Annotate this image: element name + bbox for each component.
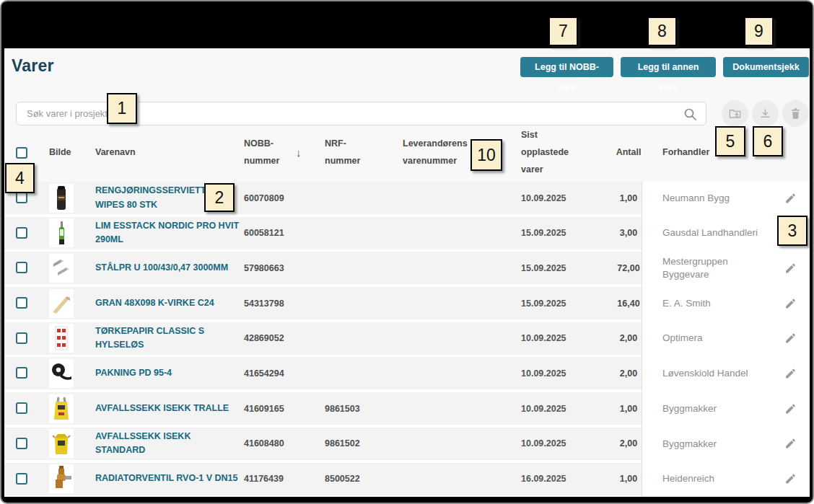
- dealer-name-cell: Gausdal Landhandleri: [662, 217, 776, 249]
- product-name-link[interactable]: RADIATORVENTIL RVO-1 V DN15: [95, 463, 243, 495]
- row-checkbox[interactable]: [16, 297, 27, 309]
- glue-tube-thumbnail: [49, 217, 74, 249]
- edit-pencil-icon: [784, 473, 797, 485]
- pinned-column-cell: E. A. Smith: [642, 287, 810, 319]
- table-row: RENGJØRINGSSERVIETTER WIPES 80 STK 60070…: [4, 182, 810, 214]
- nobb-number-cell: 57980663: [244, 252, 284, 284]
- edit-row-button[interactable]: [783, 190, 798, 205]
- dealer-name-cell: Optimera: [662, 322, 776, 355]
- add-other-item-button[interactable]: Legg til annen vare: [621, 57, 716, 77]
- som-mark-7: 7: [548, 17, 578, 46]
- nobb-number-cell: 54313798: [244, 287, 284, 319]
- dealer-name-cell: Byggmakker: [662, 428, 776, 460]
- edit-pencil-icon: [784, 297, 797, 309]
- som-mark-5: 5: [715, 126, 745, 156]
- edit-row-button[interactable]: [783, 436, 798, 451]
- edit-row-button[interactable]: [783, 401, 798, 416]
- nobb-number-cell: 41654294: [244, 357, 284, 389]
- column-header-nrf: NRF-nummer: [325, 125, 368, 180]
- download-icon: [758, 107, 772, 120]
- column-header-nobb[interactable]: NOBB-nummer: [244, 125, 289, 180]
- nobb-number-cell: 60070809: [244, 182, 284, 214]
- download-button[interactable]: [752, 100, 779, 127]
- edit-row-button[interactable]: [783, 331, 798, 346]
- table-row: TØRKEPAPIR CLASSIC S HYLSELØS 42869052 1…: [4, 322, 810, 355]
- row-checkbox[interactable]: [16, 227, 27, 239]
- nobb-number-cell: 42869052: [244, 322, 284, 355]
- wood-plank-thumbnail: [49, 287, 74, 319]
- document-check-button[interactable]: Dokumentsjekk: [723, 57, 809, 77]
- select-all-checkbox[interactable]: [16, 147, 27, 159]
- row-checkbox[interactable]: [16, 332, 27, 344]
- last-uploaded-cell: 15.09.2025: [521, 217, 566, 249]
- delete-button[interactable]: [782, 100, 809, 127]
- waste-bag-standard-thumbnail: [49, 428, 74, 460]
- gasket-coil-thumbnail: [49, 357, 74, 389]
- product-name-link[interactable]: STÅLPR U 100/43/0,47 3000MM: [95, 252, 243, 284]
- column-header-forhandler: Forhandler: [662, 125, 709, 180]
- row-checkbox[interactable]: [16, 402, 27, 414]
- table-row: STÅLPR U 100/43/0,47 3000MM 57980663 15.…: [4, 252, 810, 284]
- table-row: GRAN 48X098 K-VIRKE C24 54313798 15.09.2…: [4, 287, 810, 319]
- som-mark-4: 4: [5, 163, 35, 193]
- table-row: PAKNING PD 95-4 41654294 10.09.2025 2,00…: [4, 357, 810, 389]
- pinned-column-cell: Byggmakker: [642, 428, 810, 460]
- som-mark-2: 2: [204, 183, 235, 212]
- dealer-name-cell: Mestergruppen Byggevare: [662, 252, 776, 284]
- last-uploaded-cell: 10.09.2025: [521, 322, 566, 355]
- som-mark-6: 6: [753, 126, 783, 156]
- edit-row-button[interactable]: [783, 366, 798, 381]
- edit-row-button[interactable]: [783, 260, 798, 275]
- dealer-name-cell: E. A. Smith: [662, 287, 776, 319]
- dealer-name-cell: Byggmakker: [662, 392, 776, 425]
- paper-roll-thumbnail: [49, 322, 74, 355]
- product-name-link[interactable]: AVFALLSSEKK ISEKK STANDARD: [95, 428, 243, 460]
- som-mark-1: 1: [107, 93, 137, 124]
- last-uploaded-cell: 15.09.2025: [521, 287, 566, 319]
- product-name-link[interactable]: AVFALLSSEKK ISEKK TRALLE: [95, 392, 243, 425]
- last-uploaded-cell: 10.09.2025: [521, 357, 566, 389]
- edit-pencil-icon: [784, 262, 797, 274]
- export-to-folder-button[interactable]: [722, 100, 748, 127]
- last-uploaded-cell: 10.09.2025: [521, 428, 566, 460]
- folder-download-icon: [728, 107, 742, 120]
- search-icon: [683, 107, 697, 121]
- pinned-column-cell: Byggmakker: [642, 392, 810, 425]
- row-checkbox[interactable]: [16, 192, 27, 203]
- pinned-column-cell: Heidenreich: [642, 463, 810, 495]
- add-nobb-item-button[interactable]: Legg til NOBB-vare: [520, 57, 613, 77]
- edit-pencil-icon: [784, 332, 797, 345]
- nobb-number-cell: 41609165: [244, 392, 284, 425]
- row-checkbox[interactable]: [16, 473, 27, 485]
- edit-pencil-icon: [784, 192, 797, 204]
- som-mark-3: 3: [777, 216, 808, 246]
- dealer-name-cell: Neumann Bygg: [662, 182, 776, 214]
- row-checkbox[interactable]: [16, 367, 27, 379]
- product-name-link[interactable]: TØRKEPAPIR CLASSIC S HYLSELØS: [95, 322, 243, 355]
- product-name-link[interactable]: PAKNING PD 95-4: [95, 357, 243, 389]
- product-name-link[interactable]: LIM ESSTACK NORDIC PRO HVIT 290ML: [95, 217, 243, 249]
- nobb-number-cell: 60058121: [244, 217, 284, 249]
- product-name-link[interactable]: GRAN 48X098 K-VIRKE C24: [95, 287, 243, 319]
- row-checkbox[interactable]: [16, 262, 27, 273]
- row-checkbox[interactable]: [16, 438, 27, 449]
- waste-bag-tralle-thumbnail: [49, 392, 74, 425]
- column-header-varenavn: Varenavn: [95, 125, 136, 180]
- table-row: LIM ESSTACK NORDIC PRO HVIT 290ML 600581…: [4, 217, 810, 249]
- edit-row-button[interactable]: [783, 296, 798, 311]
- pinned-column-cell: Mestergruppen Byggevare: [642, 252, 810, 284]
- radiator-valve-thumbnail: [49, 463, 74, 495]
- last-uploaded-cell: 15.09.2025: [521, 252, 566, 284]
- top-black-bar: [1, 1, 813, 48]
- edit-pencil-icon: [784, 438, 797, 450]
- steel-profiles-thumbnail: [49, 252, 74, 284]
- edit-row-button[interactable]: [783, 472, 798, 487]
- last-uploaded-cell: 16.09.2025: [521, 463, 566, 495]
- nobb-number-cell: 41608480: [244, 428, 284, 460]
- page-title: Varer: [12, 56, 54, 76]
- table-body: RENGJØRINGSSERVIETTER WIPES 80 STK 60070…: [4, 182, 810, 497]
- dealer-name-cell: Løvenskiold Handel: [662, 357, 776, 389]
- sort-desc-arrow-icon[interactable]: ↓: [296, 125, 302, 180]
- table-row: AVFALLSSEKK ISEKK STANDARD 41608480 9861…: [4, 428, 810, 460]
- edit-pencil-icon: [784, 367, 797, 379]
